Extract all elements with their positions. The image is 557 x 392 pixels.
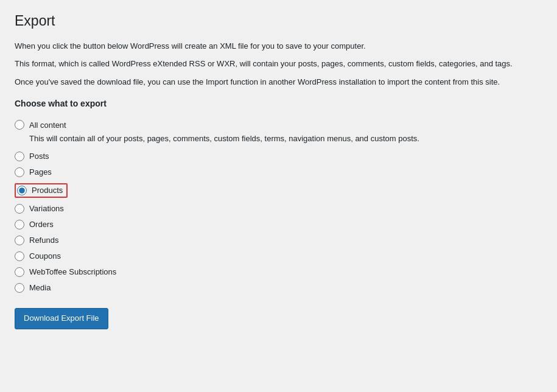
label-variations: Variations: [29, 204, 64, 213]
option-variations[interactable]: Variations: [15, 201, 521, 217]
option-refunds[interactable]: Refunds: [15, 233, 521, 248]
radio-refunds[interactable]: [15, 236, 24, 245]
radio-all-content[interactable]: [15, 120, 24, 130]
option-orders[interactable]: Orders: [15, 217, 521, 233]
products-highlight-box: Products: [15, 183, 68, 198]
page-title: Export: [15, 12, 521, 30]
export-page: Export When you click the button below W…: [0, 0, 536, 341]
label-products: Products: [32, 186, 63, 195]
description-3: Once you've saved the download file, you…: [15, 76, 521, 88]
radio-pages[interactable]: [15, 167, 24, 177]
radio-variations[interactable]: [15, 204, 24, 214]
option-media[interactable]: Media: [15, 280, 521, 296]
option-pages[interactable]: Pages: [15, 164, 521, 180]
option-all-content[interactable]: All content: [15, 117, 521, 133]
option-coupons[interactable]: Coupons: [15, 248, 521, 264]
label-orders: Orders: [29, 220, 54, 229]
label-all-content: All content: [29, 121, 66, 130]
option-posts[interactable]: Posts: [15, 149, 521, 164]
option-products[interactable]: Products: [15, 180, 521, 201]
label-pages: Pages: [29, 167, 52, 177]
export-options: All content This will contain all of you…: [15, 117, 521, 296]
label-refunds: Refunds: [29, 236, 58, 245]
radio-coupons[interactable]: [15, 251, 24, 261]
radio-webtoffee-subscriptions[interactable]: [15, 267, 24, 277]
option-webtoffee-subscriptions[interactable]: WebToffee Subscriptions: [15, 264, 521, 280]
radio-products[interactable]: [17, 186, 27, 195]
download-export-button[interactable]: Download Export File: [15, 308, 108, 329]
radio-posts[interactable]: [15, 152, 24, 161]
description-2: This format, which is called WordPress e…: [15, 58, 521, 70]
description-1: When you click the button below WordPres…: [15, 40, 521, 52]
label-posts: Posts: [29, 152, 49, 161]
label-coupons: Coupons: [29, 251, 61, 261]
label-webtoffee-subscriptions: WebToffee Subscriptions: [29, 267, 116, 276]
all-content-hint: This will contain all of your posts, pag…: [29, 133, 521, 145]
radio-orders[interactable]: [15, 220, 24, 229]
label-media: Media: [29, 283, 51, 292]
section-title: Choose what to export: [15, 99, 521, 108]
radio-media[interactable]: [15, 283, 24, 293]
